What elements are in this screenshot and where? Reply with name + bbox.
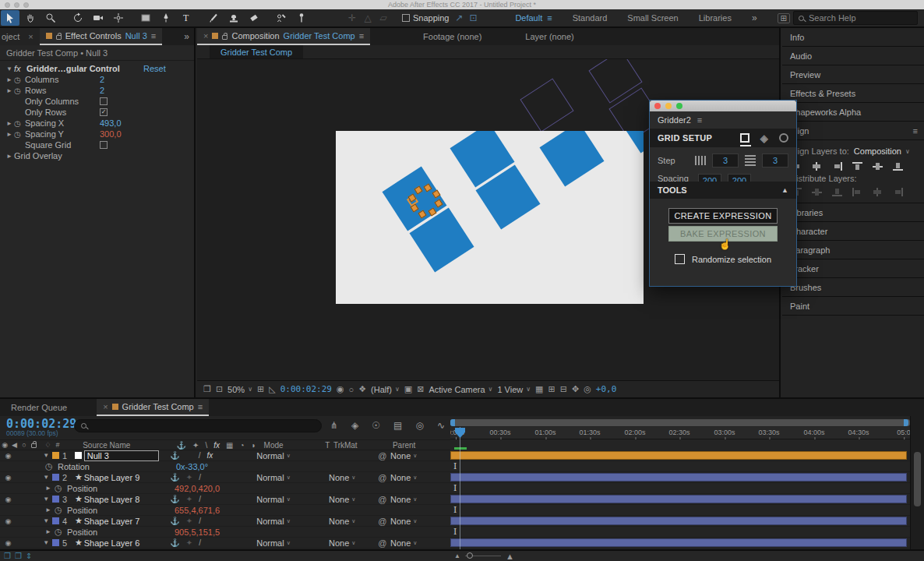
- tab-timeline-comp[interactable]: × Gridder Test Comp ≡: [97, 399, 209, 416]
- parent-pickwhip-icon[interactable]: @: [378, 538, 390, 548]
- spacing-y-value[interactable]: 200: [728, 174, 751, 182]
- hand-tool-icon[interactable]: [21, 10, 40, 26]
- twirl-down-icon[interactable]: ▼: [43, 539, 52, 546]
- eye-icon[interactable]: ◉: [3, 496, 13, 503]
- close-icon[interactable]: ×: [203, 31, 208, 41]
- workspace-default[interactable]: Default: [515, 13, 542, 23]
- selection-tool-icon[interactable]: [1, 10, 19, 26]
- layer-number-column[interactable]: #: [53, 441, 62, 449]
- t-column[interactable]: T: [322, 441, 333, 450]
- parent-pickwhip-icon[interactable]: @: [378, 451, 390, 460]
- step-rows-value[interactable]: 3: [762, 153, 788, 168]
- trkmat-dropdown[interactable]: None∨: [329, 473, 378, 482]
- spacing-x-value[interactable]: 200: [698, 174, 721, 182]
- grid-mode-square-icon[interactable]: [740, 133, 749, 143]
- twirl-right-icon[interactable]: ►: [5, 87, 14, 94]
- pan-behind-tool-icon[interactable]: [109, 10, 128, 26]
- tab-effect-controls[interactable]: Effect Controls Null 3 ≡: [40, 28, 163, 45]
- layer-row-shape-7[interactable]: ◉ ▼ 4 ★ Shape Layer 7 ⚓✦/ Normal∨ None∨ …: [0, 516, 450, 527]
- tab-composition[interactable]: × Composition Gridder Test Comp ≡: [197, 28, 370, 45]
- channels-icon[interactable]: ❖: [358, 384, 366, 394]
- rotation-tool-icon[interactable]: [69, 10, 87, 26]
- stopwatch-icon[interactable]: ◷: [55, 483, 67, 493]
- exposure-offset[interactable]: +0,0: [596, 384, 617, 394]
- property-value[interactable]: 2: [100, 75, 104, 84]
- create-expression-button[interactable]: CREATE EXPRESSION: [668, 208, 778, 224]
- bake-expression-button[interactable]: BAKE EXPRESSION☝: [668, 226, 778, 242]
- panel-brushes[interactable]: Brushes: [782, 278, 924, 297]
- panel-menu-icon[interactable]: ≡: [198, 402, 203, 411]
- view-layout-dropdown[interactable]: 1 View∨: [497, 385, 531, 394]
- resolution-dropdown[interactable]: (Half)∨: [371, 385, 400, 394]
- snapping-toggle[interactable]: Snapping: [402, 13, 450, 23]
- label-color-chip[interactable]: [52, 452, 59, 459]
- position-value[interactable]: 655,4,671,6: [175, 506, 220, 515]
- shape-layer-square[interactable]: [540, 131, 605, 186]
- parent-dropdown[interactable]: None∨: [390, 451, 450, 460]
- video-column-icon[interactable]: ◉: [0, 441, 9, 449]
- square-grid-checkbox[interactable]: [100, 141, 108, 149]
- workspace-standard[interactable]: Standard: [573, 13, 608, 23]
- twirl-right-icon[interactable]: ►: [5, 120, 14, 127]
- panel-align[interactable]: Align≡: [782, 122, 924, 140]
- parent-pickwhip-icon[interactable]: @: [378, 473, 390, 482]
- randomize-selection-row[interactable]: Randomize selection: [650, 254, 796, 264]
- shape-layer-square[interactable]: [617, 131, 644, 153]
- layer-row-shape-8[interactable]: ◉ ▼ 3 ★ Shape Layer 8 ⚓✦/ Normal∨ None∨ …: [0, 494, 450, 505]
- tab-project[interactable]: oject×: [0, 28, 40, 45]
- property-row-rotation[interactable]: ◷ Rotation 0x-33,0°: [0, 461, 450, 472]
- tab-render-queue[interactable]: Render Queue: [0, 399, 73, 416]
- snapping-checkbox[interactable]: [402, 14, 410, 22]
- panel-menu-icon[interactable]: ≡: [697, 115, 702, 125]
- timeline-track-area[interactable]: 0:00s 00:30s 01:00s 01:30s 02:00s 02:30s…: [450, 416, 910, 549]
- main-viewer-icon[interactable]: ⊡: [216, 384, 223, 394]
- rectangle-tool-icon[interactable]: [136, 10, 155, 26]
- gridder-titlebar[interactable]: [650, 101, 796, 111]
- trkmat-column[interactable]: TrkMat: [333, 441, 381, 450]
- stopwatch-icon[interactable]: ◷: [14, 119, 25, 128]
- position-value[interactable]: 492,0,420,0: [175, 484, 220, 493]
- viewer-comp-tab[interactable]: Gridder Test Comp: [210, 45, 303, 58]
- brush-tool-icon[interactable]: [204, 10, 223, 26]
- workspace-small-screen[interactable]: Small Screen: [627, 13, 678, 23]
- align-vertical-center-icon[interactable]: [873, 162, 883, 171]
- parent-dropdown[interactable]: None∨: [390, 495, 450, 504]
- fast-previews-icon[interactable]: ⊞: [548, 384, 555, 394]
- tools-section-header[interactable]: TOOLS▲: [650, 182, 796, 199]
- layer-bar-shape-8[interactable]: [450, 494, 910, 505]
- timeline-zoom-control[interactable]: ▲ ▲: [454, 552, 514, 561]
- label-color-chip[interactable]: [52, 496, 59, 503]
- zoom-tool-icon[interactable]: [41, 10, 60, 26]
- magnification-dropdown[interactable]: 50%∨: [227, 385, 252, 394]
- property-value[interactable]: 493,0: [100, 118, 122, 128]
- panel-tracker[interactable]: Tracker: [782, 259, 924, 278]
- randomize-checkbox[interactable]: [675, 254, 685, 264]
- layer-row-shape-9[interactable]: ◉ ▼ 2 ★ Shape Layer 9 ⚓✦/ Normal∨ None∨ …: [0, 472, 450, 483]
- transparency-grid-icon[interactable]: ⊠: [417, 384, 424, 394]
- effect-header-row[interactable]: ▼ fx Gridder…gular Control Reset: [0, 63, 194, 74]
- panel-paint[interactable]: Paint: [782, 297, 924, 316]
- layer-bar-shape-9[interactable]: [450, 472, 910, 483]
- only-rows-checkbox[interactable]: ✓: [100, 108, 108, 116]
- pixel-aspect-icon[interactable]: ▦: [535, 384, 543, 394]
- zoom-in-mountain-icon[interactable]: ▲: [506, 552, 514, 561]
- eye-icon[interactable]: ◉: [3, 452, 13, 460]
- twirl-down-icon[interactable]: ▼: [43, 474, 52, 481]
- time-ruler[interactable]: 0:00s 00:30s 01:00s 01:30s 02:00s 02:30s…: [450, 427, 910, 439]
- stopwatch-icon[interactable]: ◷: [45, 461, 58, 471]
- stopwatch-icon[interactable]: ◷: [14, 76, 25, 84]
- panel-character[interactable]: Character: [782, 222, 924, 241]
- panel-paragraph[interactable]: Paragraph: [782, 241, 924, 259]
- flowchart-icon[interactable]: ✥: [572, 384, 579, 394]
- graph-editor-icon[interactable]: ∿: [437, 420, 445, 431]
- timeline-search-input[interactable]: [74, 419, 322, 432]
- parent-dropdown[interactable]: None∨: [390, 473, 450, 482]
- label-color-chip[interactable]: [52, 517, 59, 524]
- mode-dropdown[interactable]: Normal∨: [256, 517, 316, 526]
- fx-badge-icon[interactable]: fx: [14, 64, 26, 73]
- zoom-slider-track[interactable]: [465, 556, 501, 556]
- parent-column[interactable]: Parent: [393, 441, 450, 450]
- expand-transfer-controls-icon[interactable]: ❐: [15, 552, 22, 560]
- layer-name-edit[interactable]: Null 3: [84, 450, 159, 461]
- eye-icon[interactable]: ◉: [3, 474, 13, 482]
